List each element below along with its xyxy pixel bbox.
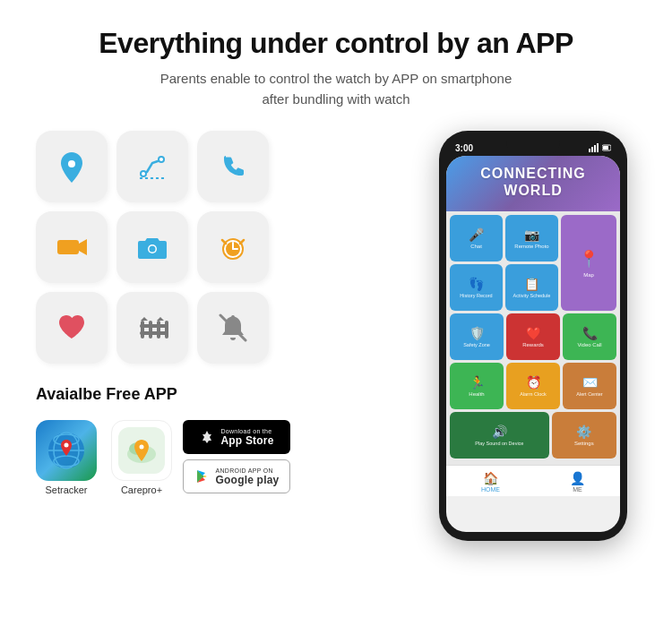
svg-rect-7 [57,240,79,254]
phone-status-bar: 3:00 [446,140,620,156]
subtitle: Parents enable to control the watch by A… [160,69,512,109]
app-bottom-nav: 🏠 HOME 👤 ME [446,465,620,496]
icon-video [36,211,108,283]
icon-fence [116,292,188,364]
tile-health[interactable]: 🏃 Health [450,363,504,409]
svg-rect-34 [589,149,590,152]
carepro-item: Carepro+ [111,420,172,495]
phone-notch [506,140,560,154]
svg-rect-18 [165,321,168,339]
tile-rewards[interactable]: ❤️ Rewards [506,313,560,360]
tile-history-record[interactable]: 👣 History Record [450,264,503,311]
svg-rect-15 [141,321,144,339]
tile-remote-photo[interactable]: 📷 Remote Photo [505,215,558,261]
icon-route [116,131,188,202]
content-area: Avaialbe Free APP [36,131,636,541]
svg-rect-19 [140,324,167,328]
tile-alarm-clock[interactable]: ⏰ Alarm Clock [506,363,560,409]
icon-phone [197,131,269,202]
tile-settings[interactable]: ⚙️ Settings [552,412,616,459]
tile-map[interactable]: 📍 Map [561,215,616,311]
carepro-logo [111,420,172,481]
tile-safety-zone[interactable]: 🛡️ Safety Zone [450,313,504,360]
svg-rect-16 [149,321,152,339]
svg-rect-39 [603,146,608,150]
setracker-logo [36,420,97,481]
svg-point-5 [159,158,163,161]
tile-alert-center[interactable]: ✉️ Alert Center [563,363,616,409]
svg-rect-36 [594,145,596,152]
appstore-text: Download on the App Store [220,428,273,447]
app-grid: 🎤 Chat 📷 Remote Photo [446,211,620,465]
googleplay-text: ANDROID APP ON Google play [216,467,280,486]
setracker-label: Setracker [45,484,87,495]
grid-row-4: 🔊 Play Sound on Device ⚙️ Settings [450,412,616,459]
tile-play-sound[interactable]: 🔊 Play Sound on Device [450,412,549,459]
app-title-line2: WORLD [457,182,609,199]
svg-rect-37 [597,143,599,152]
svg-rect-17 [157,321,160,339]
svg-point-1 [68,160,75,167]
appstore-badge[interactable]: Download on the App Store [183,420,290,454]
phone-mockup: 3:00 [439,131,627,541]
app-badges: Setracker [36,420,421,495]
tile-video-call[interactable]: 📞 Video Call [563,313,616,360]
phone-screen: CONNECTING WORLD 🎤 C [446,156,620,532]
icon-location [36,131,108,202]
store-badges: Download on the App Store ANDROID APP [183,420,290,493]
grid-row-1: 🎤 Chat 📷 Remote Photo [450,215,616,311]
tile-activity-schedule[interactable]: 📋 Activity Schedule [505,264,558,311]
grid-row-2: 🛡️ Safety Zone ❤️ Rewards 📞 Video Call [450,313,616,360]
tile-chat[interactable]: 🎤 Chat [450,215,503,261]
setracker-item: Setracker [36,420,97,495]
app-section-title: Avaialbe Free APP [36,385,421,404]
app-header: CONNECTING WORLD [446,156,620,211]
nav-home[interactable]: 🏠 HOME [481,471,500,493]
googleplay-badge[interactable]: ANDROID APP ON Google play [183,459,290,493]
phone-signal [589,143,611,152]
grid-row-3: 🏃 Health ⏰ Alarm Clock ✉️ Alert Center [450,363,616,409]
icon-grid [36,131,421,364]
icon-heart [36,292,108,364]
icon-alarm [197,211,269,283]
icon-camera [116,211,188,283]
svg-rect-20 [140,331,167,335]
app-icons-row: Setracker [36,420,172,495]
svg-point-9 [150,246,156,253]
nav-me[interactable]: 👤 ME [570,471,585,493]
icon-bell-slash [197,292,269,364]
page: Everything under control by an APP Paren… [0,0,672,643]
carepro-label: Carepro+ [121,484,162,495]
svg-rect-35 [591,147,593,152]
left-panel: Avaialbe Free APP [36,131,421,495]
app-title-line1: CONNECTING [457,165,609,182]
phone-time: 3:00 [455,143,473,153]
svg-point-4 [142,172,145,176]
main-title: Everything under control by an APP [99,27,573,60]
right-panel: 3:00 [430,131,636,541]
svg-point-33 [140,445,144,450]
svg-point-28 [65,443,69,448]
